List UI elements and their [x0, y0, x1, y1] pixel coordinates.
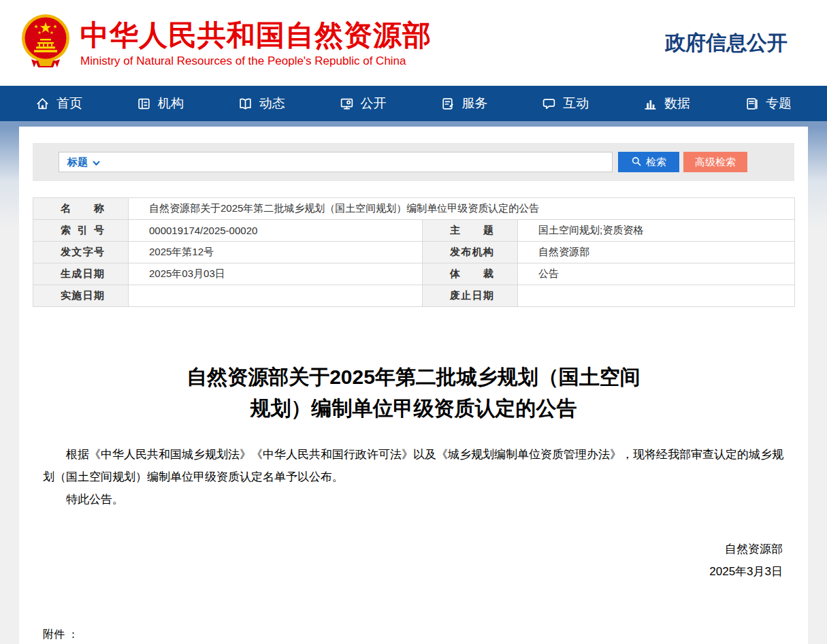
- nav-item-home[interactable]: 首页: [35, 95, 82, 112]
- meta-label-repeal-date: 废止日期: [423, 285, 518, 307]
- meta-value-issuing-agency: 自然资源部: [518, 242, 795, 263]
- site-title: 中华人民共和国自然资源部: [80, 18, 432, 52]
- advanced-search-button[interactable]: 高级检索: [683, 152, 747, 172]
- chevron-down-icon: [93, 157, 100, 168]
- main-nav: 首页 机构 动态 公开 服务: [0, 86, 827, 121]
- table-row: 生成日期 2025年03月03日 体裁 公告: [33, 263, 795, 285]
- gov-info-disclosure-link[interactable]: 政府信息公开: [665, 29, 807, 57]
- disclosure-monitor-icon: [340, 97, 354, 111]
- chat-bubble-icon: [542, 97, 556, 111]
- article-title: 自然资源部关于2025年第二批城乡规划（国土空间 规划）编制单位甲级资质认定的公…: [46, 361, 781, 424]
- meta-value-doc-number: 2025年第12号: [129, 242, 423, 263]
- meta-value-name: 自然资源部关于2025年第二批城乡规划（国土空间规划）编制单位甲级资质认定的公告: [129, 198, 795, 220]
- table-row: 发文字号 2025年第12号 发布机构 自然资源部: [33, 242, 795, 263]
- search-icon: [631, 156, 642, 169]
- national-emblem-icon: [20, 10, 71, 76]
- meta-label-index-number: 索引号: [33, 220, 129, 242]
- meta-label-creation-date: 生成日期: [33, 263, 129, 285]
- news-book-icon: [238, 97, 253, 111]
- article-title-line1: 自然资源部关于2025年第二批城乡规划（国土空间: [46, 361, 781, 393]
- nav-label: 公开: [361, 95, 387, 112]
- signature-block: 自然资源部 2025年3月3日: [19, 538, 783, 583]
- meta-value-effective-date: [129, 285, 423, 307]
- nav-item-news[interactable]: 动态: [238, 95, 285, 112]
- table-row: 名称 自然资源部关于2025年第二批城乡规划（国土空间规划）编制单位甲级资质认定…: [33, 198, 795, 220]
- table-row: 索引号 000019174/2025-00020 主题 国土空间规划;资质资格: [33, 220, 795, 242]
- search-bar: 标题 检索 高级检索: [33, 143, 794, 181]
- meta-value-genre: 公告: [518, 263, 795, 285]
- article-title-line2: 规划）编制单位甲级资质认定的公告: [46, 393, 781, 424]
- document-meta-table: 名称 自然资源部关于2025年第二批城乡规划（国土空间规划）编制单位甲级资质认定…: [33, 197, 795, 307]
- nav-label: 专题: [766, 95, 792, 112]
- service-document-icon: [440, 97, 455, 111]
- article-paragraph: 特此公告。: [43, 488, 784, 511]
- signature-date: 2025年3月3日: [19, 560, 783, 583]
- organization-icon: [137, 97, 151, 111]
- special-topic-icon: [745, 97, 759, 111]
- nav-label: 首页: [56, 95, 82, 112]
- meta-value-index-number: 000019174/2025-00020: [129, 220, 423, 242]
- meta-value-creation-date: 2025年03月03日: [129, 263, 423, 285]
- meta-label-effective-date: 实施日期: [33, 285, 129, 307]
- search-field-selector[interactable]: 标题: [59, 156, 107, 169]
- nav-label: 互动: [563, 95, 589, 112]
- nav-label: 动态: [259, 95, 285, 112]
- meta-label-genre: 体裁: [423, 263, 518, 285]
- site-subtitle: Ministry of Natural Resources of the Peo…: [80, 54, 432, 68]
- nav-item-services[interactable]: 服务: [440, 95, 487, 112]
- content-panel: 标题 检索 高级检索 名称: [19, 127, 808, 644]
- meta-value-repeal-date: [518, 285, 795, 307]
- meta-label-name: 名称: [33, 198, 129, 220]
- attachments-label: 附件 ：: [43, 626, 784, 643]
- bar-chart-icon: [643, 97, 658, 111]
- meta-label-subject: 主题: [423, 220, 518, 242]
- search-input[interactable]: [107, 152, 612, 172]
- home-icon: [35, 97, 50, 111]
- meta-label-doc-number: 发文字号: [33, 242, 129, 263]
- attachments-section: 附件 ： 1. 城乡规划（国土空间规划）编制单位甲级资质认定名单（2025年第二…: [43, 626, 784, 644]
- nav-item-data[interactable]: 数据: [643, 95, 690, 112]
- nav-item-interaction[interactable]: 互动: [542, 95, 589, 112]
- search-field-label: 标题: [67, 156, 88, 169]
- nav-label: 服务: [461, 95, 487, 112]
- page-background: 标题 检索 高级检索 名称: [0, 127, 827, 644]
- site-logo-link[interactable]: 中华人民共和国自然资源部 Ministry of Natural Resourc…: [20, 10, 432, 76]
- meta-label-issuing-agency: 发布机构: [423, 242, 518, 263]
- signature-agency: 自然资源部: [19, 538, 783, 560]
- nav-item-organization[interactable]: 机构: [137, 95, 184, 112]
- site-header: 中华人民共和国自然资源部 Ministry of Natural Resourc…: [0, 0, 827, 86]
- meta-value-subject: 国土空间规划;资质资格: [518, 220, 795, 242]
- table-row: 实施日期 废止日期: [33, 285, 795, 307]
- search-button[interactable]: 检索: [618, 152, 679, 172]
- article-paragraph: 根据《中华人民共和国城乡规划法》《中华人民共和国行政许可法》以及《城乡规划编制单…: [43, 443, 784, 488]
- search-box: 标题: [59, 152, 613, 172]
- nav-label: 数据: [664, 95, 690, 112]
- nav-item-special-topics[interactable]: 专题: [745, 95, 792, 112]
- nav-label: 机构: [158, 95, 184, 112]
- nav-item-disclosure[interactable]: 公开: [340, 95, 387, 112]
- nav-bottom-strip: [0, 121, 827, 127]
- article-body: 根据《中华人民共和国城乡规划法》《中华人民共和国行政许可法》以及《城乡规划编制单…: [19, 443, 808, 644]
- search-button-label: 检索: [646, 156, 666, 169]
